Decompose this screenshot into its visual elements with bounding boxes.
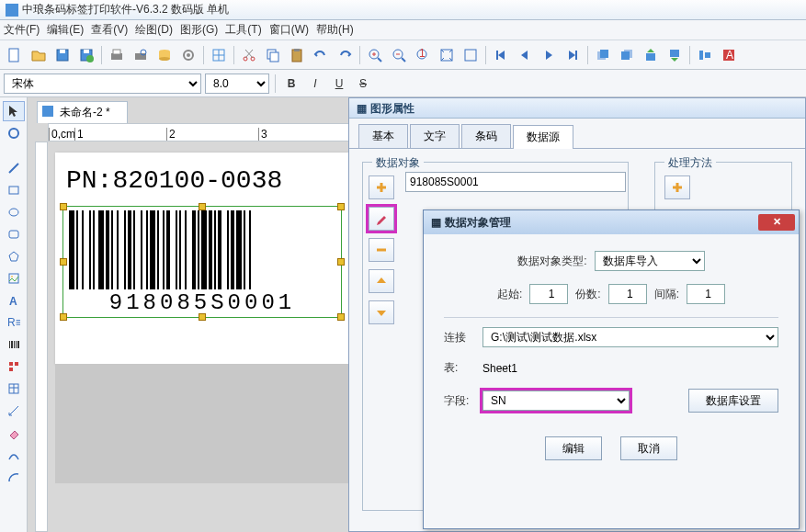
polygon-tool[interactable] (3, 246, 25, 266)
label-page[interactable]: PN:820100-0038 918085S0001 (55, 153, 349, 364)
tab-text[interactable]: 文字 (410, 124, 460, 148)
tool-palette: A R≡ (0, 97, 28, 532)
zoom-fit-button[interactable] (436, 44, 458, 66)
raise-button[interactable] (640, 44, 662, 66)
eraser-tool[interactable] (3, 423, 25, 443)
image-tool[interactable] (3, 268, 25, 289)
svg-rect-58 (9, 341, 10, 348)
prev-button[interactable] (514, 44, 536, 66)
menu-draw[interactable]: 绘图(D) (135, 22, 173, 38)
add-data-button[interactable] (369, 175, 394, 199)
svg-rect-2 (60, 50, 65, 53)
svg-line-50 (9, 164, 18, 173)
app-icon (6, 4, 18, 17)
preview-button[interactable] (130, 44, 152, 66)
close-icon[interactable]: ✕ (758, 214, 795, 231)
export-button[interactable]: A (718, 44, 740, 66)
rect-tool[interactable] (3, 180, 25, 200)
align-button[interactable] (694, 44, 716, 66)
remove-data-button[interactable] (369, 238, 394, 262)
resize-handle[interactable] (337, 258, 345, 266)
panel-tabs: 基本 文字 条码 数据源 (349, 119, 805, 149)
count-spin[interactable] (608, 284, 647, 304)
redo-button[interactable] (334, 44, 356, 66)
db-settings-button[interactable]: 数据库设置 (688, 389, 778, 413)
strike-button[interactable]: S (353, 74, 373, 94)
pan-tool[interactable] (3, 123, 25, 143)
font-combo[interactable]: 宋体 (4, 74, 201, 94)
menu-shape[interactable]: 图形(G) (180, 22, 218, 38)
settings-button[interactable] (177, 44, 199, 66)
menu-edit[interactable]: 编辑(E) (47, 22, 84, 38)
resize-handle[interactable] (60, 203, 67, 210)
curve-tool[interactable] (3, 445, 25, 465)
paste-button[interactable] (286, 44, 308, 66)
new-button[interactable] (4, 44, 26, 66)
menu-bar: 文件(F) 编辑(E) 查看(V) 绘图(D) 图形(G) 工具(T) 窗口(W… (0, 20, 806, 40)
size-combo[interactable]: 8.0 (205, 74, 269, 94)
cancel-button[interactable]: 取消 (620, 436, 677, 460)
zoom-sel-button[interactable] (460, 44, 482, 66)
copy-button[interactable] (262, 44, 284, 66)
front-button[interactable] (592, 44, 614, 66)
roundrect-tool[interactable] (3, 224, 25, 244)
menu-help[interactable]: 帮助(H) (316, 22, 354, 38)
pointer-tool[interactable] (3, 101, 25, 121)
menu-file[interactable]: 文件(F) (4, 22, 40, 38)
first-button[interactable] (490, 44, 512, 66)
arc-tool[interactable] (3, 467, 25, 487)
text-tool[interactable]: A (3, 290, 25, 311)
scale-tool[interactable] (3, 401, 25, 421)
tab-datasource[interactable]: 数据源 (513, 125, 573, 149)
zoom-100-button[interactable]: 1 (412, 44, 434, 66)
gap-spin[interactable] (687, 284, 725, 304)
edit-button[interactable]: 编辑 (545, 436, 602, 460)
barcode-object[interactable]: 918085S0001 (62, 206, 342, 318)
type-combo[interactable]: 数据库导入 (595, 251, 705, 271)
back-button[interactable] (616, 44, 638, 66)
italic-button[interactable]: I (305, 74, 325, 94)
add-process-button[interactable] (664, 175, 690, 199)
edit-data-button[interactable] (369, 207, 394, 231)
pn-text[interactable]: PN:820100-0038 (66, 166, 282, 195)
dialog-titlebar[interactable]: ▦数据对象管理 ✕ (424, 210, 799, 234)
bold-button[interactable]: B (281, 74, 301, 94)
svg-line-27 (378, 58, 381, 62)
svg-rect-46 (705, 52, 710, 58)
resize-handle[interactable] (60, 258, 67, 266)
line-tool[interactable] (3, 158, 25, 178)
resize-handle[interactable] (337, 203, 345, 210)
start-spin[interactable] (529, 284, 568, 304)
moveup-data-button[interactable] (369, 269, 394, 293)
field-combo[interactable]: SN (482, 391, 630, 411)
tab-basic[interactable]: 基本 (358, 124, 408, 148)
menu-window[interactable]: 窗口(W) (269, 22, 309, 38)
grid-button[interactable] (208, 44, 230, 66)
richtext-tool[interactable]: R≡ (3, 312, 25, 333)
print-button[interactable] (106, 44, 128, 66)
tab-barcode[interactable]: 条码 (461, 124, 511, 148)
lower-button[interactable] (664, 44, 686, 66)
document-tab[interactable]: 未命名-2 * (37, 101, 128, 123)
menu-tool[interactable]: 工具(T) (225, 22, 261, 38)
cut-button[interactable] (238, 44, 260, 66)
db-button[interactable] (153, 44, 176, 66)
barcode-tool[interactable] (3, 334, 25, 355)
menu-view[interactable]: 查看(V) (91, 22, 128, 38)
saveas-button[interactable] (75, 44, 97, 66)
undo-button[interactable] (310, 44, 332, 66)
conn-combo[interactable]: G:\测试\测试数据.xlsx (482, 327, 778, 347)
table-tool[interactable] (3, 379, 25, 399)
next-button[interactable] (538, 44, 560, 66)
ellipse-tool[interactable] (3, 202, 25, 222)
last-button[interactable] (562, 44, 584, 66)
qr-tool[interactable] (3, 357, 25, 377)
zoom-in-button[interactable] (364, 44, 386, 66)
zoom-out-button[interactable] (388, 44, 410, 66)
data-value-field[interactable] (405, 172, 626, 192)
resize-handle[interactable] (199, 203, 206, 210)
underline-button[interactable]: U (329, 74, 349, 94)
movedown-data-button[interactable] (369, 300, 394, 324)
open-button[interactable] (28, 44, 50, 66)
save-button[interactable] (51, 44, 74, 66)
